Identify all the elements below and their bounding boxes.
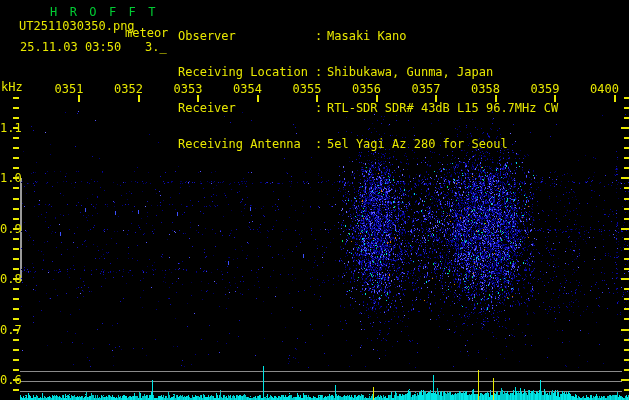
freq-axis-label: 0.7 [0, 323, 22, 337]
freq-axis-tick-right [624, 288, 629, 290]
freq-axis-tick-right [624, 339, 629, 341]
freq-axis-tick-right [624, 308, 629, 310]
freq-axis-tick-left [13, 157, 19, 159]
colon-separator: : [315, 138, 327, 150]
echo-count: 3._ [145, 40, 167, 54]
freq-axis-tick-left [13, 167, 19, 169]
freq-axis-label: 0.9 [0, 222, 22, 236]
freq-axis-tick-left [13, 218, 19, 220]
freq-axis-tick-left [13, 349, 19, 351]
header-value: Masaki Kano [327, 29, 406, 43]
freq-axis-tick-right [624, 218, 629, 220]
freq-axis-tick-right [621, 127, 629, 129]
freq-axis-tick-right [621, 177, 629, 179]
header-row: Receiving Antenna:5el Yagi Az 280 for Se… [178, 138, 558, 150]
time-axis-label: 0400 [590, 82, 620, 96]
freq-axis-tick-left [13, 339, 19, 341]
header-label: Observer [178, 30, 315, 42]
time-axis-label: 0359 [530, 82, 560, 96]
time-axis-label: 0358 [471, 82, 501, 96]
freq-axis-tick-right [621, 228, 629, 230]
station-name: meteor [125, 26, 168, 40]
freq-axis-tick-left [13, 137, 19, 139]
freq-axis-tick-left [13, 359, 19, 361]
time-axis-label: 0355 [292, 82, 322, 96]
freq-axis-tick-left [13, 238, 19, 240]
freq-axis-tick-right [624, 258, 629, 260]
freq-axis-tick-right [624, 238, 629, 240]
freq-axis-tick-right [624, 157, 629, 159]
freq-axis-tick-left [13, 288, 19, 290]
freq-axis-tick-right [624, 117, 629, 119]
time-axis-label: 0351 [54, 82, 84, 96]
header-row: Receiver:RTL-SDR SDR# 43dB L15 96.7MHz C… [178, 102, 558, 114]
freq-axis-tick-left [13, 198, 19, 200]
freq-axis-tick-right [624, 248, 629, 250]
freq-axis-tick-right [624, 298, 629, 300]
freq-axis-tick-left [13, 389, 19, 391]
freq-axis-label: 0.6 [0, 373, 22, 387]
freq-axis-tick-right [624, 268, 629, 270]
freq-axis-tick-right [621, 379, 629, 381]
freq-axis-tick-left [13, 147, 19, 149]
output-filename: UT2511030350.png [19, 19, 135, 33]
khz-unit-label: kHz [1, 80, 23, 94]
time-axis-label: 0357 [411, 82, 441, 96]
header-row: Receiving Location:Shibukawa, Gunma, Jap… [178, 66, 558, 78]
freq-axis-tick-left [13, 258, 19, 260]
colon-separator: : [315, 102, 327, 114]
freq-axis-tick-left [13, 107, 19, 109]
colon-separator: : [315, 30, 327, 42]
freq-axis-tick-left [13, 248, 19, 250]
freq-axis-tick-right [624, 147, 629, 149]
time-axis-label: 0356 [352, 82, 382, 96]
freq-axis-tick-right [624, 107, 629, 109]
time-axis-label: 0352 [114, 82, 144, 96]
freq-axis-tick-right [624, 349, 629, 351]
freq-axis-tick-right [624, 359, 629, 361]
freq-axis-tick-right [621, 278, 629, 280]
header-value: RTL-SDR SDR# 43dB L15 96.7MHz CW [327, 101, 558, 115]
freq-axis-label: 1.1 [0, 121, 22, 135]
freq-axis-tick-right [621, 329, 629, 331]
freq-axis-label: 0.8 [0, 272, 22, 286]
freq-axis-tick-left [13, 369, 19, 371]
colon-separator: : [315, 66, 327, 78]
freq-axis-tick-right [624, 198, 629, 200]
freq-axis-tick-left [13, 268, 19, 270]
header-label: Receiving Antenna [178, 138, 315, 150]
freq-axis-tick-left [13, 308, 19, 310]
time-axis-tick [138, 95, 140, 102]
freq-axis-tick-right [624, 208, 629, 210]
freq-axis-tick-right [624, 97, 629, 99]
freq-axis-tick-right [624, 167, 629, 169]
freq-axis-tick-right [624, 389, 629, 391]
time-axis-tick [614, 95, 616, 102]
observation-datetime: 25.11.03 03:50 [20, 40, 121, 54]
freq-axis-tick-right [624, 369, 629, 371]
freq-axis-tick-left [13, 117, 19, 119]
app-title: H R O F F T [50, 5, 158, 19]
header-row: Observer:Masaki Kano [178, 30, 558, 42]
header-value: Shibukawa, Gunma, Japan [327, 65, 493, 79]
freq-axis-tick-left [13, 298, 19, 300]
header-value: 5el Yagi Az 280 for Seoul [327, 137, 508, 151]
freq-axis-tick-right [624, 137, 629, 139]
time-axis-tick [78, 95, 80, 102]
header-label: Receiving Location [178, 66, 315, 78]
hrofft-screen: H R O F F T UT2511030350.png meteor 25.1… [0, 0, 629, 400]
freq-axis-label: 1.0 [0, 171, 22, 185]
time-axis-label: 0354 [233, 82, 263, 96]
header-label: Receiver [178, 102, 315, 114]
freq-axis-tick-right [624, 187, 629, 189]
freq-axis-tick-left [13, 318, 19, 320]
freq-axis-tick-right [624, 318, 629, 320]
freq-axis-tick-left [13, 187, 19, 189]
time-axis-label: 0353 [173, 82, 203, 96]
freq-axis-tick-left [13, 97, 19, 99]
freq-axis-tick-left [13, 208, 19, 210]
